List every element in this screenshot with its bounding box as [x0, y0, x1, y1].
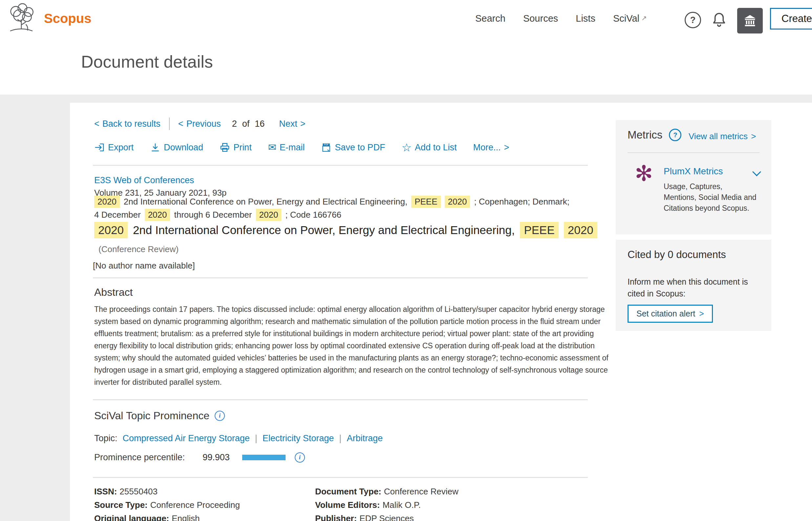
metadata-row: Original language:English	[94, 514, 240, 521]
institution-bank-icon	[742, 13, 758, 28]
divider	[93, 277, 588, 278]
highlight-year: 2020	[256, 209, 282, 221]
chevron-right-icon: >	[300, 119, 306, 129]
previous-document-link[interactable]: < Previous	[178, 119, 221, 129]
highlight-year: 2020	[145, 209, 170, 221]
info-icon[interactable]: i	[215, 411, 225, 421]
chevron-left-icon: <	[94, 119, 99, 129]
set-citation-alert-button[interactable]: Set citation alert >	[628, 305, 713, 323]
topic-link[interactable]: Compressed Air Energy Storage	[123, 433, 250, 444]
scival-section-header: SciVal Topic Prominence i	[94, 410, 225, 422]
back-to-results-link[interactable]: < Back to results	[94, 119, 161, 129]
save-to-pdf-button[interactable]: PDF Save to PDF	[321, 142, 385, 153]
plumx-description: Usage, Captures, Mentions, Social Media …	[664, 181, 757, 214]
svg-text:PDF: PDF	[324, 143, 328, 146]
prominence-label: Prominence percentile:	[94, 452, 185, 462]
cited-by-heading: Cited by 0 documents	[628, 249, 726, 260]
plumx-metrics-link[interactable]: PlumX Metrics	[664, 166, 723, 177]
plumx-flower-icon: ✻	[635, 163, 653, 184]
more-button[interactable]: More... >	[473, 142, 509, 153]
notifications-bell-icon[interactable]	[710, 10, 728, 28]
abstract-text: The proceedings contain 17 papers. The t…	[94, 303, 613, 388]
topic-link[interactable]: Electricity Storage	[262, 433, 334, 444]
document-title: 2020 2nd International Conference on Pow…	[94, 222, 597, 238]
pdf-icon: PDF	[321, 142, 331, 153]
document-subtype: (Conference Review)	[98, 244, 179, 254]
vertical-divider	[169, 117, 170, 130]
nav-lists[interactable]: Lists	[576, 13, 595, 24]
envelope-icon: ✉	[268, 142, 276, 152]
divider	[628, 152, 760, 153]
metadata-row: Volume Editors:Malik O.P.	[315, 500, 459, 510]
results-navigation: < Back to results < Previous 2 of 16 Nex…	[94, 117, 306, 130]
nav-scival[interactable]: SciVal↗	[613, 13, 647, 24]
document-toolbar: Export Download Print ✉ E-mail PDF Save …	[94, 142, 509, 153]
chevron-left-icon: <	[178, 119, 184, 129]
metrics-header: Metrics ?	[628, 129, 681, 141]
divider	[93, 399, 588, 400]
metadata-left-column: ISSN:25550403 Source Type:Conference Pro…	[94, 486, 240, 521]
add-to-list-button[interactable]: ☆ Add to List	[401, 142, 457, 153]
page-title: Document details	[81, 52, 213, 72]
scival-heading: SciVal Topic Prominence	[94, 410, 209, 422]
metadata-right-column: Document Type:Conference Review Volume E…	[315, 486, 459, 521]
highlight-year: 2020	[94, 196, 120, 208]
highlight-year: 2020	[94, 222, 128, 238]
chevron-right-icon: >	[699, 309, 704, 318]
highlight-acronym: PEEE	[520, 222, 558, 238]
email-button[interactable]: ✉ E-mail	[268, 142, 305, 153]
prominence-value: 99.903	[203, 452, 230, 462]
institution-button[interactable]	[737, 8, 763, 33]
chevron-right-icon: >	[751, 131, 756, 141]
topic-row: Topic: Compressed Air Energy Storage | E…	[94, 433, 383, 444]
brand-scopus[interactable]: Scopus	[44, 11, 91, 26]
highlight-year: 2020	[445, 196, 470, 208]
divider	[93, 477, 588, 478]
help-button[interactable]: ?	[685, 12, 701, 28]
highlight-year: 2020	[564, 222, 597, 238]
source-title-link[interactable]: E3S Web of Conferences	[94, 175, 194, 185]
prominence-bar	[242, 455, 285, 460]
help-icon[interactable]: ?	[669, 129, 681, 141]
nav-sources[interactable]: Sources	[523, 13, 558, 24]
metadata-row: Source Type:Conference Proceeding	[94, 500, 240, 510]
download-icon	[150, 142, 161, 153]
highlight-acronym: PEEE	[411, 196, 440, 208]
topic-label: Topic:	[94, 433, 117, 444]
next-document-link[interactable]: Next >	[279, 119, 305, 129]
chevron-right-icon: >	[504, 142, 509, 153]
info-icon[interactable]: i	[295, 452, 305, 462]
authors-line: [No author name available]	[93, 260, 195, 271]
print-button[interactable]: Print	[219, 142, 252, 153]
create-account-button[interactable]: Create account	[770, 8, 812, 29]
download-button[interactable]: Download	[150, 142, 203, 153]
top-navigation: Search Sources Lists SciVal↗	[475, 13, 647, 24]
nav-search[interactable]: Search	[475, 13, 506, 24]
export-icon	[94, 142, 105, 153]
external-link-icon: ↗	[641, 14, 647, 22]
cited-by-info-text: Inform me when this document is cited in…	[628, 276, 765, 299]
conference-info-line: 2020 2nd International Conference on Pow…	[94, 196, 570, 208]
view-all-metrics-link[interactable]: View all metrics >	[689, 131, 756, 141]
star-icon: ☆	[401, 142, 411, 153]
metadata-row: ISSN:25550403	[94, 486, 240, 497]
divider	[93, 165, 588, 166]
metrics-heading: Metrics	[628, 129, 662, 141]
metadata-row: Publisher:EDP Sciences	[315, 514, 459, 521]
result-position: 2 of 16	[232, 119, 265, 129]
abstract-heading: Abstract	[94, 286, 133, 298]
topic-link[interactable]: Arbitrage	[347, 433, 383, 444]
print-icon	[219, 142, 230, 153]
prominence-row: Prominence percentile: 99.903 i	[94, 452, 305, 462]
metadata-row: Document Type:Conference Review	[315, 486, 459, 497]
conference-date-line: 4 December 2020 through 6 December 2020 …	[94, 209, 341, 221]
elsevier-tree-logo-icon	[5, 2, 38, 36]
question-mark-icon: ?	[690, 15, 696, 25]
export-button[interactable]: Export	[94, 142, 134, 153]
